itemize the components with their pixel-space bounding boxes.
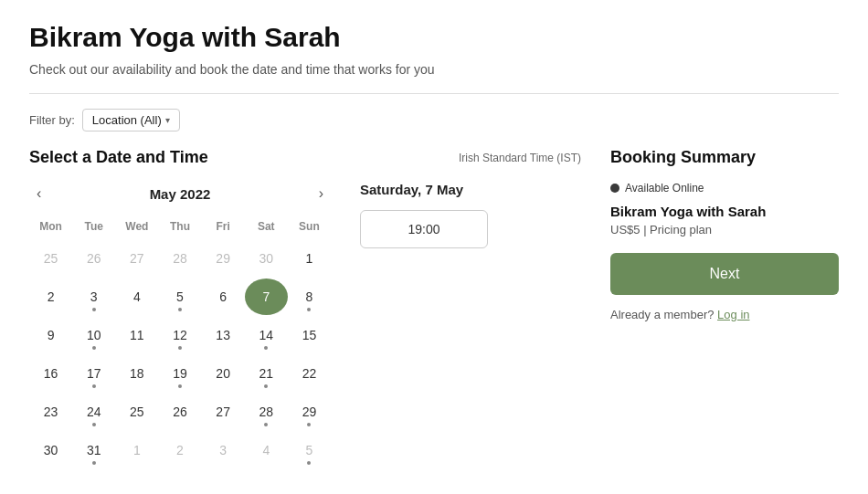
calendar-day: 5 — [288, 432, 331, 468]
calendar-day[interactable]: 26 — [158, 394, 201, 430]
calendar-day[interactable]: 11 — [115, 317, 158, 353]
calendar-header-cell: Sun — [288, 216, 331, 236]
calendar-day[interactable]: 27 — [202, 394, 245, 430]
calendar-day[interactable]: 1 — [288, 240, 331, 277]
calendar-container: ‹ May 2022 › MonTueWedThuFriSatSun252627… — [29, 182, 331, 470]
time-date-label: Saturday, 7 May — [360, 182, 581, 197]
calendar-week: 9101112131415 — [29, 317, 331, 353]
calendar-day: 3 — [202, 432, 245, 468]
timezone-label: Irish Standard Time (IST) — [459, 152, 581, 164]
time-slot[interactable]: 19:00 — [360, 210, 488, 248]
location-filter-dropdown[interactable]: Location (All) ▾ — [82, 109, 180, 131]
calendar-header-cell: Wed — [115, 216, 158, 236]
calendar-week: 2345678 — [29, 279, 331, 315]
calendar-day[interactable]: 16 — [29, 355, 72, 392]
calendar-day[interactable]: 31 — [72, 432, 115, 468]
calendar-day[interactable]: 5 — [158, 279, 201, 315]
calendar-week: 2526272829301 — [29, 240, 331, 277]
booking-summary-title: Booking Summary — [610, 148, 839, 167]
filter-label: Filter by: — [29, 113, 75, 127]
time-panel: Saturday, 7 May 19:00 — [331, 182, 581, 470]
calendar-day[interactable]: 21 — [245, 355, 288, 392]
calendar-day[interactable]: 13 — [202, 317, 245, 353]
next-month-button[interactable]: › — [312, 182, 331, 205]
availability-badge: Available Online — [610, 182, 839, 194]
next-button[interactable]: Next — [610, 253, 839, 295]
chevron-down-icon: ▾ — [165, 115, 170, 125]
main-layout: Select a Date and Time Irish Standard Ti… — [29, 148, 839, 470]
calendar-day[interactable]: 22 — [288, 355, 331, 392]
page-subtitle: Check out our availability and book the … — [29, 62, 839, 77]
calendar-header-cell: Thu — [158, 216, 201, 236]
section-title: Select a Date and Time — [29, 148, 208, 167]
calendar-month-year: May 2022 — [150, 186, 211, 202]
calendar-day[interactable]: 14 — [245, 317, 288, 353]
calendar-day: 2 — [158, 432, 201, 468]
calendar-day[interactable]: 30 — [29, 432, 72, 468]
calendar-day[interactable]: 7 — [245, 279, 288, 315]
calendar-day[interactable]: 2 — [29, 279, 72, 315]
left-panel: Select a Date and Time Irish Standard Ti… — [29, 148, 581, 470]
calendar-day: 25 — [29, 240, 72, 277]
calendar-day[interactable]: 12 — [158, 317, 201, 353]
calendar-week: 16171819202122 — [29, 355, 331, 392]
member-text: Already a member? Log in — [610, 308, 839, 321]
calendar-day: 1 — [115, 432, 158, 468]
calendar-day[interactable]: 15 — [288, 317, 331, 353]
calendar-day[interactable]: 8 — [288, 279, 331, 315]
booking-price: US$5 | Pricing plan — [610, 223, 839, 236]
calendar-header-cell: Tue — [72, 216, 115, 236]
calendar-day[interactable]: 28 — [245, 394, 288, 430]
calendar-day[interactable]: 18 — [115, 355, 158, 392]
calendar-day: 4 — [245, 432, 288, 468]
section-header: Select a Date and Time Irish Standard Ti… — [29, 148, 581, 167]
page-title: Bikram Yoga with Sarah — [29, 22, 839, 53]
calendar-nav: ‹ May 2022 › — [29, 182, 331, 205]
calendar-day: 26 — [72, 240, 115, 277]
booking-class-name: Bikram Yoga with Sarah — [610, 204, 839, 219]
login-link[interactable]: Log in — [717, 308, 749, 321]
calendar-day[interactable]: 6 — [202, 279, 245, 315]
right-panel: Booking Summary Available Online Bikram … — [610, 148, 839, 470]
calendar-day: 27 — [115, 240, 158, 277]
calendar-day[interactable]: 19 — [158, 355, 201, 392]
calendar-day[interactable]: 25 — [115, 394, 158, 430]
calendar-week: 303112345 — [29, 432, 331, 468]
calendar-day[interactable]: 10 — [72, 317, 115, 353]
header-divider — [29, 93, 839, 94]
calendar-header-cell: Mon — [29, 216, 72, 236]
calendar-day: 28 — [158, 240, 201, 277]
available-online-icon — [610, 184, 619, 193]
calendar-grid: MonTueWedThuFriSatSun2526272829301234567… — [29, 216, 331, 468]
calendar-day[interactable]: 29 — [288, 394, 331, 430]
calendar-day: 29 — [202, 240, 245, 277]
calendar-time-layout: ‹ May 2022 › MonTueWedThuFriSatSun252627… — [29, 182, 581, 470]
calendar-day[interactable]: 4 — [115, 279, 158, 315]
calendar-day[interactable]: 24 — [72, 394, 115, 430]
filter-bar: Filter by: Location (All) ▾ — [29, 109, 839, 131]
calendar-header-cell: Fri — [202, 216, 245, 236]
calendar-day: 30 — [245, 240, 288, 277]
prev-month-button[interactable]: ‹ — [29, 182, 48, 205]
calendar-header-cell: Sat — [245, 216, 288, 236]
calendar-day[interactable]: 9 — [29, 317, 72, 353]
calendar-day[interactable]: 17 — [72, 355, 115, 392]
location-filter-label: Location (All) — [92, 113, 162, 127]
calendar-day[interactable]: 3 — [72, 279, 115, 315]
calendar-header-row: MonTueWedThuFriSatSun — [29, 216, 331, 236]
calendar-day[interactable]: 20 — [202, 355, 245, 392]
available-online-label: Available Online — [625, 182, 704, 194]
calendar-day[interactable]: 23 — [29, 394, 72, 430]
calendar-week: 23242526272829 — [29, 394, 331, 430]
